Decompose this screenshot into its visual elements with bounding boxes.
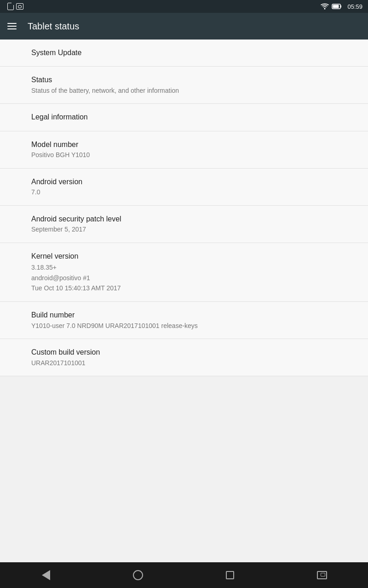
- svg-rect-2: [340, 6, 341, 8]
- back-button[interactable]: [32, 566, 60, 584]
- sim-icon: [7, 3, 14, 10]
- list-item-kernel-version: Kernel version3.18.35+ android@positivo …: [0, 243, 368, 302]
- main-content: System UpdateStatusStatus of the battery…: [0, 40, 368, 562]
- list-item-title-kernel-version: Kernel version: [31, 251, 337, 261]
- status-bar: 05:59: [0, 0, 368, 13]
- list-item-build-number: Build numberY1010-user 7.0 NRD90M URAR20…: [0, 302, 368, 339]
- list-item-title-android-version: Android version: [31, 177, 337, 187]
- list-item-subtitle-custom-build-version: URAR2017101001: [31, 359, 337, 368]
- list-item-title-android-security-patch: Android security patch level: [31, 214, 337, 224]
- hamburger-menu-icon[interactable]: [7, 23, 18, 29]
- list-item-title-status: Status: [31, 75, 337, 85]
- list-item-system-update[interactable]: System Update: [0, 40, 368, 67]
- recents-button[interactable]: [216, 566, 244, 584]
- list-item-legal-information[interactable]: Legal information: [0, 104, 368, 131]
- list-item-subtitle-android-security-patch: September 5, 2017: [31, 225, 337, 234]
- list-item-status[interactable]: StatusStatus of the battery, network, an…: [0, 67, 368, 104]
- app-bar-title: Tablet status: [28, 21, 79, 32]
- list-item-subtitle-kernel-version: 3.18.35+ android@positivo #1 Tue Oct 10 …: [31, 262, 337, 293]
- list-item-title-custom-build-version: Custom build version: [31, 347, 337, 357]
- battery-icon: [332, 3, 342, 10]
- screenshot-icon: [317, 571, 327, 579]
- status-bar-right-icons: 05:59: [321, 3, 362, 10]
- recents-icon: [226, 571, 234, 579]
- list-item-custom-build-version: Custom build versionURAR2017101001: [0, 339, 368, 376]
- list-item-title-model-number: Model number: [31, 140, 337, 150]
- list-item-title-build-number: Build number: [31, 310, 337, 320]
- list-item-subtitle-build-number: Y1010-user 7.0 NRD90M URAR2017101001 rel…: [31, 322, 337, 331]
- screenshot-button[interactable]: [308, 566, 336, 584]
- list-item-title-system-update: System Update: [31, 48, 337, 58]
- wifi-icon: [321, 3, 329, 10]
- status-time: 05:59: [347, 3, 362, 10]
- home-button[interactable]: [124, 566, 152, 584]
- back-icon: [42, 570, 50, 580]
- status-bar-left-icons: [6, 3, 321, 10]
- photo-icon: [16, 3, 23, 10]
- list-item-subtitle-android-version: 7.0: [31, 188, 337, 197]
- app-bar: Tablet status: [0, 13, 368, 40]
- home-icon: [133, 570, 143, 580]
- list-item-android-security-patch: Android security patch levelSeptember 5,…: [0, 206, 368, 243]
- list-item-android-version: Android version7.0: [0, 169, 368, 206]
- svg-rect-3: [333, 5, 339, 8]
- list-item-model-number: Model numberPositivo BGH Y1010: [0, 131, 368, 169]
- list-item-title-legal-information: Legal information: [31, 112, 337, 122]
- list-item-subtitle-status: Status of the battery, network, and othe…: [31, 86, 337, 96]
- svg-point-0: [324, 8, 326, 10]
- list-item-subtitle-model-number: Positivo BGH Y1010: [31, 151, 337, 160]
- navigation-bar: [0, 562, 368, 588]
